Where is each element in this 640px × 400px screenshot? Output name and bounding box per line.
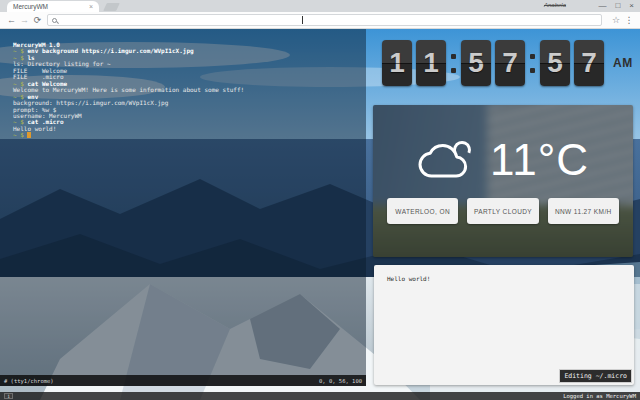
clock-digit: 1 (382, 40, 412, 86)
clock-colon (451, 54, 456, 73)
clock-digit: 7 (574, 40, 604, 86)
weather-widget: 11°C WATERLOO, ON PARTLY CLOUDY NNW 11.2… (373, 105, 633, 257)
weather-condition-button[interactable]: PARTLY CLOUDY (467, 198, 538, 224)
forward-button[interactable]: → (18, 16, 31, 25)
back-button[interactable]: ← (5, 16, 18, 25)
new-tab-button[interactable] (103, 3, 120, 11)
window-maximize-button[interactable]: □ (615, 2, 620, 10)
taskbar: 1 Logged in as MercuryWM (0, 392, 640, 400)
browser-tab-strip: MercuryWM × Anabela — □ × (0, 0, 640, 12)
login-status: Logged in as MercuryWM (563, 393, 636, 399)
browser-menu-icon[interactable]: ⋮ (623, 15, 635, 25)
terminal-cursor (27, 132, 31, 138)
profile-name[interactable]: Anabela (544, 2, 566, 8)
terminal-prompt-line[interactable]: ~ $ (13, 132, 366, 138)
workspace-button[interactable]: 1 (4, 393, 13, 399)
weather-wind-button[interactable]: NNW 11.27 KM/H (548, 198, 619, 224)
mercurywm-desktop: MercuryWM 1.0 ~ $ env background https:/… (0, 29, 640, 400)
clock-widget: 1 1 5 7 5 7 AM (382, 39, 633, 87)
terminal-window-geometry: 0, 0, 56, 100 (319, 378, 362, 384)
bookmark-star-icon[interactable]: ☆ (609, 15, 623, 25)
search-icon (52, 18, 57, 23)
clock-digit: 5 (461, 40, 491, 86)
editor-content[interactable]: Hello world! (374, 265, 634, 282)
clock-digit: 7 (495, 40, 525, 86)
tab-title: MercuryWM (13, 3, 48, 10)
browser-toolbar: ← → ⟳ ☆ ⋮ (0, 12, 640, 29)
partly-cloudy-icon (417, 137, 475, 183)
weather-location-button[interactable]: WATERLOO, ON (387, 198, 458, 224)
reload-button[interactable]: ⟳ (31, 16, 44, 25)
text-caret (302, 16, 303, 24)
address-input[interactable] (57, 15, 596, 25)
address-bar[interactable] (47, 14, 602, 26)
editor-status-badge: Editing ~/.micro (559, 369, 632, 383)
terminal-window[interactable]: MercuryWM 1.0 ~ $ env background https:/… (0, 29, 366, 386)
clock-colon (530, 54, 535, 73)
clock-digit: 1 (416, 40, 446, 86)
clock-digit: 5 (540, 40, 570, 86)
terminal-status-left: # (tty1/chrome) (4, 378, 54, 384)
window-minimize-button[interactable]: — (598, 2, 606, 10)
tab-close-icon[interactable]: × (89, 3, 93, 10)
editor-window[interactable]: Hello world! Editing ~/.micro (374, 265, 634, 385)
terminal-status-bar: # (tty1/chrome) 0, 0, 56, 100 (0, 375, 366, 386)
clock-meridiem: AM (613, 56, 633, 70)
window-close-button[interactable]: × (629, 2, 634, 10)
browser-tab[interactable]: MercuryWM × (7, 1, 99, 12)
terminal-output: MercuryWM 1.0 ~ $ env background https:/… (0, 29, 366, 139)
temperature-reading: 11°C (490, 135, 589, 185)
